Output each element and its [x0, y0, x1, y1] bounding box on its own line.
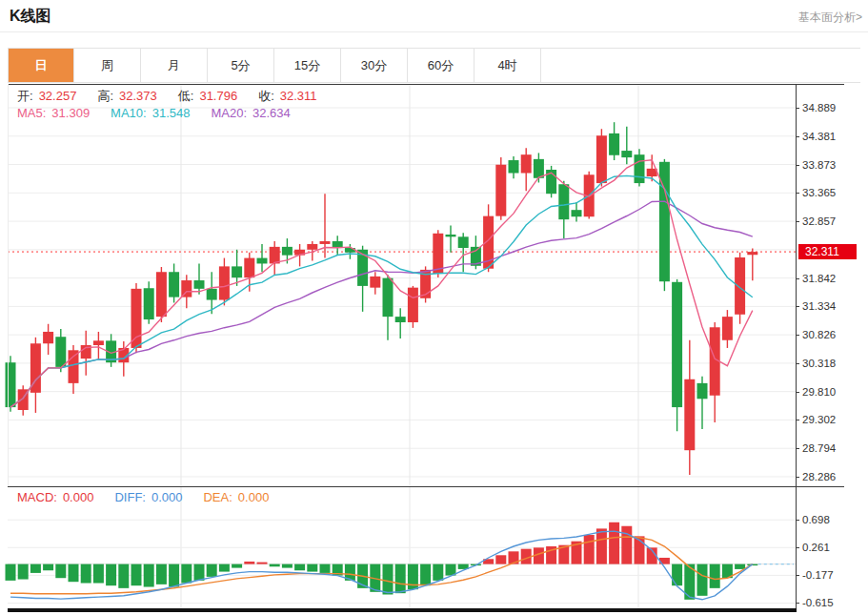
macd-bar-negative	[710, 564, 720, 588]
candle-body-down	[621, 151, 632, 157]
candle-body-up	[722, 317, 733, 340]
macd-bar-negative	[194, 564, 205, 581]
candle-body-up	[43, 332, 53, 343]
readout-label: MA20:	[211, 106, 247, 120]
candle-body-down	[395, 317, 406, 322]
candle-body-up	[521, 154, 532, 173]
macd-bar-negative	[18, 564, 29, 580]
price-axis-label-tick	[796, 221, 799, 222]
ma10-line	[10, 175, 753, 407]
price-axis-label: 29.302	[802, 413, 836, 426]
candle-body-down	[194, 280, 205, 289]
kline-page: K线图 基本面分析> 日周月5分15分30分60分4时 34.88934.381…	[0, 0, 868, 615]
readout-value: 0.000	[151, 490, 183, 504]
readout-label: MA10:	[111, 106, 147, 120]
candle-body-up	[735, 257, 745, 315]
chart-top-border	[8, 84, 844, 85]
macd-bar-negative	[207, 564, 217, 577]
candle-body-down	[257, 258, 268, 264]
ohlc-readout-row: 开:32.257高:32.373低:31.796收:32.311	[17, 88, 338, 105]
candle-body-down	[282, 247, 293, 256]
macd-bar-positive	[609, 523, 619, 564]
price-axis-label-tick	[796, 448, 799, 449]
current-price-badge: 32.311	[798, 244, 857, 259]
candle-body-down	[232, 266, 242, 277]
candle-body-up	[307, 244, 317, 250]
macd-bar-positive	[257, 563, 268, 564]
candle-body-down	[697, 383, 708, 399]
candle-body-down	[446, 235, 456, 236]
candle-body-up	[747, 252, 757, 255]
candle-body-up	[370, 277, 380, 288]
macd-axis-label-tick	[796, 603, 799, 604]
macd-bar-positive	[584, 535, 595, 564]
macd-bar-negative	[169, 564, 179, 587]
candle-body-up	[684, 379, 695, 450]
price-axis-label: 33.873	[802, 158, 836, 172]
price-axis-label: 32.857	[802, 215, 836, 228]
macd-bar-negative	[219, 564, 230, 572]
macd-bar-negative	[144, 564, 154, 587]
candle-body-up	[131, 289, 142, 348]
macd-bar-negative	[181, 564, 192, 584]
candle-body-up	[433, 234, 443, 274]
macd-axis-label: 0.261	[802, 541, 830, 554]
candle-body-up	[596, 135, 607, 183]
right-axis-line	[796, 84, 797, 611]
candle-body-down	[635, 154, 645, 183]
macd-axis-label: 0.698	[802, 513, 830, 526]
readout-value: 32.373	[119, 89, 157, 103]
macd-readout-row: MACD:0.000DIFF:0.000DEA:0.000	[17, 490, 290, 504]
macd-bar-negative	[93, 564, 104, 584]
readout-label: 低:	[178, 89, 194, 103]
macd-bar-negative	[395, 564, 406, 594]
ma-readout-row: MA5:31.309MA10:31.548MA20:32.634	[17, 106, 312, 120]
macd-bar-negative	[131, 564, 142, 586]
price-axis-label-tick	[796, 193, 799, 194]
macd-bar-positive	[244, 562, 254, 564]
readout-label: MA5:	[17, 106, 46, 120]
price-axis-label-tick	[796, 335, 799, 336]
panel-divider	[8, 486, 844, 487]
candle-body-down	[558, 184, 569, 219]
macd-bar-negative	[270, 564, 280, 567]
price-axis-label: 34.889	[802, 101, 836, 114]
price-axis-label: 34.381	[802, 130, 836, 143]
macd-axis-label: -0.177	[802, 568, 834, 582]
macd-bar-negative	[282, 564, 293, 568]
readout-value: 32.634	[252, 106, 291, 120]
macd-bar-negative	[232, 564, 242, 568]
price-axis-label-tick	[796, 278, 799, 279]
candle-body-down	[207, 289, 217, 300]
price-axis-label: 31.334	[802, 299, 836, 313]
macd-bar-negative	[81, 564, 91, 584]
candle-body-up	[320, 241, 331, 244]
macd-bar-negative	[294, 564, 305, 571]
macd-bar-negative	[420, 564, 431, 586]
readout-value: 31.548	[152, 106, 191, 120]
candle-body-up	[69, 350, 79, 383]
readout-value: 32.311	[280, 89, 317, 103]
macd-bar-negative	[383, 564, 394, 595]
readout-value: 0.000	[63, 490, 94, 504]
price-axis-label-tick	[796, 392, 799, 393]
macd-bar-negative	[30, 564, 41, 573]
macd-bar-negative	[307, 564, 317, 572]
macd-bar-negative	[433, 564, 443, 581]
macd-axis-label: -0.615	[802, 596, 834, 609]
candle-body-down	[672, 282, 682, 407]
readout-label: DEA:	[203, 490, 232, 504]
candle-body-up	[408, 288, 418, 322]
macd-bar-negative	[69, 564, 79, 583]
macd-axis-label-tick	[796, 547, 799, 548]
candle-body-down	[534, 159, 544, 178]
price-axis-label: 28.794	[802, 441, 836, 455]
macd-axis-label-tick	[796, 520, 799, 521]
candle-body-up	[93, 340, 104, 345]
readout-value: 31.309	[51, 106, 90, 120]
macd-bar-negative	[697, 564, 708, 596]
price-axis-label-tick	[796, 420, 799, 420]
price-axis-label: 30.318	[802, 357, 836, 370]
ma20-line	[10, 201, 753, 407]
price-axis-label: 31.842	[802, 272, 836, 285]
